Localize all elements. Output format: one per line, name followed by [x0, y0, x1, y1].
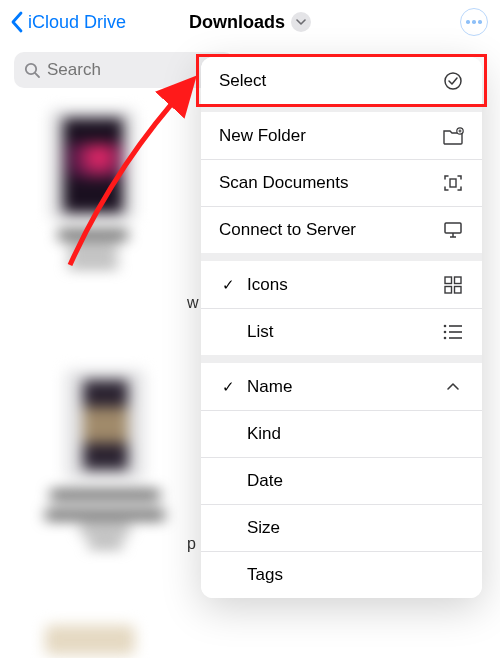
files-screen: iCloud Drive Downloads: [0, 0, 500, 658]
checkmark-icon: ✓: [219, 378, 237, 396]
svg-rect-9: [455, 286, 462, 293]
context-menu: Select New Folder Scan Documents Connect…: [201, 57, 482, 598]
svg-point-14: [444, 337, 447, 340]
more-button[interactable]: [460, 8, 488, 36]
menu-item-sort-size[interactable]: Size: [201, 504, 482, 551]
svg-rect-5: [445, 223, 461, 233]
menu-item-sort-date[interactable]: Date: [201, 457, 482, 504]
back-label: iCloud Drive: [28, 12, 126, 33]
menu-item-scan-documents[interactable]: Scan Documents: [201, 159, 482, 206]
menu-item-select[interactable]: Select: [201, 57, 482, 104]
menu-label: Date: [247, 471, 283, 491]
menu-label: Select: [219, 71, 266, 91]
chevron-left-icon: [10, 11, 24, 33]
checkmark-icon: ✓: [219, 276, 237, 294]
menu-label: Scan Documents: [219, 173, 348, 193]
scan-icon: [442, 172, 464, 194]
menu-item-view-icons[interactable]: ✓Icons: [201, 261, 482, 308]
svg-point-2: [445, 73, 461, 89]
search-icon: [24, 62, 41, 79]
server-icon: [442, 219, 464, 241]
menu-label: Icons: [247, 275, 288, 295]
menu-label: Name: [247, 377, 292, 397]
menu-label: Size: [247, 518, 280, 538]
search-input[interactable]: [47, 60, 224, 80]
menu-label: New Folder: [219, 126, 306, 146]
menu-item-new-folder[interactable]: New Folder: [201, 112, 482, 159]
bg-letter: w: [187, 294, 199, 312]
bg-letter: p: [187, 535, 196, 553]
menu-label: List: [247, 322, 273, 342]
menu-label: Kind: [247, 424, 281, 444]
nav-header: iCloud Drive Downloads: [0, 0, 500, 44]
menu-label: Tags: [247, 565, 283, 585]
back-button[interactable]: iCloud Drive: [0, 11, 126, 33]
menu-item-connect-server[interactable]: Connect to Server: [201, 206, 482, 253]
svg-point-10: [444, 325, 447, 328]
chevron-down-icon: [291, 12, 311, 32]
svg-rect-4: [450, 179, 456, 187]
svg-point-12: [444, 331, 447, 334]
menu-label: Connect to Server: [219, 220, 356, 240]
chevron-up-icon: [442, 376, 464, 398]
svg-rect-8: [445, 286, 452, 293]
list-icon: [442, 321, 464, 343]
ellipsis-icon: [466, 20, 482, 24]
menu-item-sort-kind[interactable]: Kind: [201, 410, 482, 457]
menu-item-view-list[interactable]: List: [201, 308, 482, 355]
page-title: Downloads: [189, 12, 285, 33]
folder-title-button[interactable]: Downloads: [189, 12, 311, 33]
grid-icon: [442, 274, 464, 296]
svg-rect-6: [445, 277, 452, 284]
menu-item-sort-name[interactable]: ✓Name: [201, 363, 482, 410]
svg-line-1: [35, 73, 39, 77]
select-icon: [442, 70, 464, 92]
svg-rect-7: [455, 277, 462, 284]
new-folder-icon: [442, 125, 464, 147]
menu-item-sort-tags[interactable]: Tags: [201, 551, 482, 598]
